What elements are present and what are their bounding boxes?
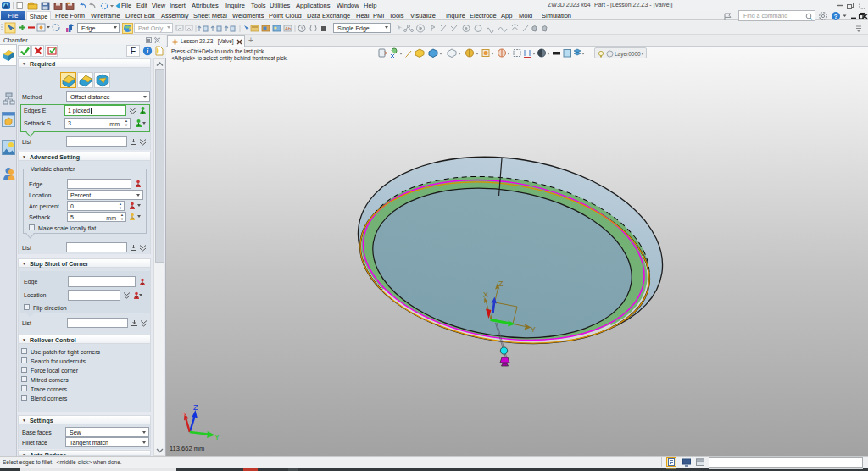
svg-text:X: X xyxy=(181,410,186,418)
svg-text:Ab: Ab xyxy=(285,26,292,31)
svg-text:Z: Z xyxy=(498,280,504,288)
svg-text:?: ? xyxy=(834,13,838,20)
svg-text:Y: Y xyxy=(531,325,536,334)
svg-text:Y: Y xyxy=(214,433,220,441)
svg-text:X: X xyxy=(483,291,488,299)
svg-text:Z: Z xyxy=(193,403,198,412)
